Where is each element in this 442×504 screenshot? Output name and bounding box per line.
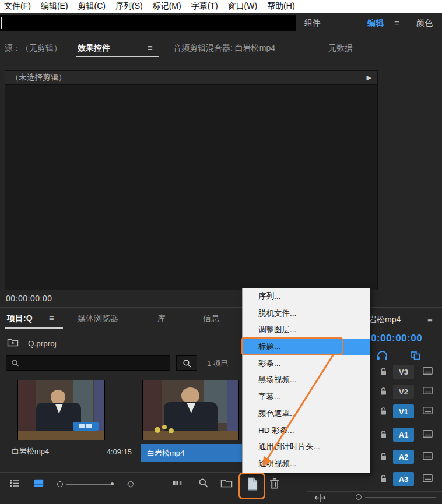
- tab-info[interactable]: 信息: [203, 313, 219, 324]
- text-caret: [1, 17, 2, 29]
- menu-sequence[interactable]: 序列(S): [115, 1, 143, 12]
- menu-item-transparent-video[interactable]: 透明视频...: [243, 456, 370, 473]
- tab-source-monitor[interactable]: 源：（无剪辑）: [5, 43, 62, 54]
- tab-audio-clip-mixer[interactable]: 音频剪辑混合器: 白岩松mp4: [173, 43, 275, 54]
- timeline-panel-menu-icon[interactable]: ≡: [427, 314, 433, 324]
- lock-icon[interactable]: [380, 368, 387, 376]
- track-target-v2[interactable]: V2: [393, 385, 414, 399]
- new-bin-icon[interactable]: [220, 478, 233, 488]
- new-item-menu: 序列... 脱机文件... 调整图层... 标题... 彩条... 黑场视频..…: [242, 288, 370, 473]
- menu-item-hd-bars[interactable]: HD 彩条...: [243, 422, 370, 439]
- sync-lock-icon[interactable]: [423, 474, 433, 484]
- menu-edit[interactable]: 编辑(E): [41, 1, 68, 12]
- zoom-out-icon[interactable]: [57, 481, 63, 487]
- lock-icon[interactable]: [380, 407, 387, 415]
- track-target-v3[interactable]: V3: [393, 365, 414, 379]
- quick-search-bar[interactable]: [0, 15, 296, 31]
- panel-menu-icon[interactable]: ≡: [148, 43, 153, 52]
- menu-clip[interactable]: 剪辑(C): [78, 1, 106, 12]
- video-frame-placeholder: [143, 380, 238, 440]
- zoom-slider-handle[interactable]: [111, 482, 114, 485]
- panel-divider-horizontal[interactable]: [0, 307, 442, 308]
- project-tab-underline: [5, 327, 63, 329]
- track-row-v1: V1: [380, 403, 441, 420]
- active-tab-underline: [76, 56, 159, 57]
- menu-item-universal-counting-leader[interactable]: 通用倒计时片头...: [243, 439, 370, 456]
- sync-lock-icon[interactable]: [423, 452, 433, 462]
- clip-thumbnail[interactable]: [142, 380, 239, 440]
- headphones-icon[interactable]: [377, 351, 388, 361]
- zoom-in-icon[interactable]: ◇: [127, 478, 134, 489]
- tab-effect-controls[interactable]: 效果控件: [78, 43, 110, 54]
- workspace-menu-icon[interactable]: ≡: [394, 17, 399, 27]
- clip-item-1[interactable]: 白岩松mp4 4:09:15: [5, 376, 139, 464]
- tab-libraries[interactable]: 库: [157, 313, 166, 324]
- menu-item-adjustment-layer[interactable]: 调整图层...: [243, 322, 370, 339]
- workspace-components[interactable]: 组件: [304, 18, 321, 29]
- clip-usage-badge: [73, 422, 99, 431]
- track-row-a3: A3: [380, 471, 441, 487]
- project-file-name[interactable]: Q.prproj: [28, 339, 57, 348]
- timeline-zoom-slider[interactable]: [365, 497, 436, 498]
- tab-metadata[interactable]: 元数据: [328, 43, 353, 54]
- lock-icon[interactable]: [380, 431, 387, 439]
- sync-lock-icon[interactable]: [423, 406, 433, 417]
- zoom-slider[interactable]: [66, 484, 111, 485]
- clip-thumbnail[interactable]: [17, 380, 105, 440]
- search-icon: [11, 359, 19, 367]
- lock-icon[interactable]: [380, 475, 387, 483]
- timeline-toolbar-divider: [307, 491, 442, 492]
- linked-selection-icon[interactable]: [411, 351, 420, 360]
- menu-item-captions[interactable]: 字幕...: [243, 389, 370, 406]
- list-view-icon[interactable]: [9, 479, 20, 488]
- tab-project[interactable]: 项目:Q: [7, 313, 33, 324]
- automate-to-sequence-icon[interactable]: [173, 479, 184, 487]
- in-out-duration-icon[interactable]: [314, 494, 327, 502]
- annotation-box-title-item: [241, 337, 343, 355]
- clip-caption: 白岩松mp4 4:09:15: [7, 444, 136, 459]
- timeline-zoom-handle[interactable]: [356, 494, 362, 500]
- sync-lock-icon[interactable]: [423, 386, 433, 397]
- navigate-up-icon[interactable]: [7, 337, 19, 347]
- find-icon[interactable]: [198, 478, 208, 488]
- video-frame-placeholder: [18, 380, 104, 440]
- track-target-v1[interactable]: V1: [393, 404, 414, 418]
- search-input[interactable]: [6, 355, 170, 371]
- lock-icon[interactable]: [380, 453, 387, 461]
- clip-name[interactable]: 白岩松mp4: [12, 446, 49, 457]
- menu-item-color-matte[interactable]: 颜色遮罩...: [243, 406, 370, 422]
- track-row-a2: A2: [380, 449, 441, 465]
- clip-duration: 4:09:15: [107, 447, 132, 456]
- search-icon: [183, 359, 191, 368]
- menu-help[interactable]: 帮助(H): [267, 1, 294, 12]
- track-row-a1: A1: [380, 427, 441, 443]
- track-row-v3: V3: [380, 364, 441, 380]
- lock-icon[interactable]: [380, 387, 387, 396]
- menu-file[interactable]: 文件(F): [4, 1, 31, 12]
- track-target-a1[interactable]: A1: [393, 428, 414, 442]
- delete-icon[interactable]: [269, 478, 279, 489]
- menu-item-sequence[interactable]: 序列...: [243, 288, 370, 305]
- menu-title[interactable]: 字幕(T): [191, 1, 218, 12]
- menu-item-black-video[interactable]: 黑场视频...: [243, 372, 370, 389]
- menu-marker[interactable]: 标记(M): [153, 1, 181, 12]
- track-target-a2[interactable]: A2: [393, 450, 414, 464]
- effect-controls-timecode[interactable]: 00:00:00:00: [6, 294, 52, 303]
- track-target-a3[interactable]: A3: [393, 472, 414, 486]
- filter-search-button[interactable]: [176, 355, 197, 371]
- timeline-playhead-timecode[interactable]: 00:00:00:00: [365, 333, 422, 344]
- no-clip-selected-label: （未选择剪辑）: [11, 72, 66, 83]
- clip-name[interactable]: 白岩松mp4: [147, 448, 184, 459]
- icon-view-icon[interactable]: [34, 479, 44, 487]
- sync-lock-icon[interactable]: [423, 366, 433, 377]
- menu-window[interactable]: 窗口(W): [228, 1, 258, 12]
- play-arrow-icon[interactable]: ▶: [367, 74, 371, 82]
- annotation-box-new-item-button: [238, 473, 265, 499]
- menu-item-bars-and-tone[interactable]: 彩条...: [243, 355, 370, 372]
- project-panel-menu-icon[interactable]: ≡: [49, 313, 54, 323]
- sync-lock-icon[interactable]: [423, 429, 433, 440]
- tab-media-browser[interactable]: 媒体浏览器: [78, 313, 118, 324]
- menu-item-offline-file[interactable]: 脱机文件...: [243, 305, 370, 322]
- workspace-editing[interactable]: 编辑: [367, 18, 384, 29]
- workspace-color[interactable]: 颜色: [416, 18, 433, 29]
